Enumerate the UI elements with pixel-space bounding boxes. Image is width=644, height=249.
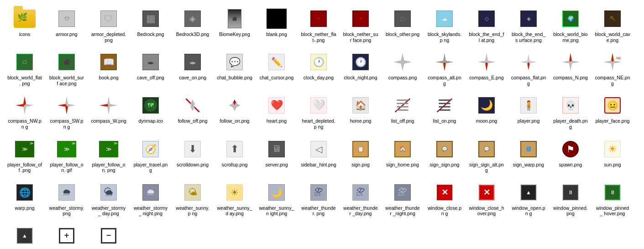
icon-player-follow-on2: ≫≫	[98, 138, 120, 160]
icon-moon: 🌙	[476, 94, 497, 116]
file-item[interactable]: compass_flat.pn g	[508, 48, 549, 89]
file-item[interactable]: follow_off.png	[173, 91, 213, 133]
file-item[interactable]: ☀sun.png	[592, 135, 633, 176]
file-item[interactable]: 🛡armor.png	[47, 5, 87, 46]
file-item[interactable]: ▲window_open.pn g	[508, 178, 549, 220]
file-item[interactable]: ⬛block_world_surf ace.png	[47, 48, 87, 89]
svg-marker-38	[190, 100, 195, 106]
file-item[interactable]: ⛈weather_thunder _night.png	[382, 178, 423, 220]
file-item[interactable]: ☀weather_sunny_d ay.png	[215, 178, 255, 220]
file-item[interactable]: compass_alt.png	[424, 48, 465, 89]
file-item[interactable]: 🖥server.png	[257, 135, 297, 176]
icon-block-skylands: ☁	[434, 8, 456, 30]
file-item[interactable]: compass_NW.pn g	[5, 91, 45, 133]
file-item[interactable]: 💀player_death.png	[550, 91, 591, 133]
icon-window-close-hover: ✕	[476, 182, 497, 203]
file-item[interactable]: ⬆scrollup.png	[215, 135, 255, 176]
icon-compass	[392, 51, 414, 73]
icon-block-the-end-flat: ◇	[476, 8, 497, 30]
file-item[interactable]: 🧭player_travel.png	[131, 135, 171, 176]
file-item[interactable]: ⬇scrolldown.png	[173, 135, 213, 176]
file-item[interactable]: ⏸window_pinned_ hover.png	[592, 178, 633, 220]
file-item[interactable]: 🌿icons	[5, 5, 45, 46]
file-item[interactable]: 😐player_face.png	[592, 91, 633, 133]
icon-block-world-flat: □	[14, 51, 36, 73]
file-item[interactable]: 🌦weather_stormy_ day.png	[89, 178, 129, 220]
file-item[interactable]: NEcompass_NE.pn g	[592, 48, 633, 89]
file-item[interactable]: 🕐clock_day.png	[298, 48, 339, 89]
label-home: home.png	[350, 118, 372, 124]
file-item[interactable]: compass_N.png	[550, 48, 591, 89]
file-item[interactable]: list_off.png	[382, 91, 423, 133]
file-item[interactable]: ⛈weather_thunder _day.png	[340, 178, 381, 220]
file-item[interactable]: ⬛BiomeKey.png	[215, 5, 255, 46]
icon-weather-sunny: 🌤	[182, 182, 204, 203]
file-item[interactable]: ⛈weather_thunder. png	[298, 178, 339, 220]
file-item[interactable]: ☁block_skylands.p ng	[424, 5, 465, 46]
file-item[interactable]: ⏸window_pinned. png	[550, 178, 591, 220]
file-item[interactable]: 🧍player.png	[508, 91, 549, 133]
file-item[interactable]: 📖book.png	[89, 48, 129, 89]
file-item[interactable]: ⛏block_world_cav e.png	[592, 5, 633, 46]
file-item[interactable]: 🤍heart_depleted.p ng	[298, 91, 339, 133]
svg-rect-45	[397, 100, 408, 101]
icon-compass-alt	[434, 51, 456, 73]
file-item[interactable]: ◁sidebar_hint.png	[298, 135, 339, 176]
svg-rect-52	[439, 106, 450, 108]
file-item[interactable]: 🕳cave_off.png	[131, 48, 171, 89]
file-item[interactable]: 🌍block_world_bio me.png	[550, 5, 591, 46]
file-item[interactable]: compass_E.png	[466, 48, 507, 89]
file-item[interactable]: ≫≫player_follow_off .png	[5, 135, 45, 176]
file-item[interactable]: ▦Bedrock.png	[131, 5, 171, 46]
file-item[interactable]: 🌤weather_sunny.p ng	[173, 178, 213, 220]
file-item[interactable]: 🌙moon.png	[466, 91, 507, 133]
file-item[interactable]: 🌙weather_sunny_n ight.png	[257, 178, 297, 220]
file-item[interactable]: ◈Bedrock3D.png	[173, 5, 213, 46]
file-item[interactable]: 🌀sign_warp.png	[508, 135, 549, 176]
icon-warp: 🌐	[14, 182, 36, 203]
file-item[interactable]: ◈block_the_end_s urface.png	[508, 5, 549, 46]
icon-icons-folder: 🌿	[14, 8, 36, 30]
file-item[interactable]: 🌧weather_stormy. png	[47, 178, 87, 220]
file-item[interactable]: 🌐warp.png	[5, 178, 45, 220]
file-item[interactable]: ≫≫player_follow_on. gif	[47, 135, 87, 176]
file-item[interactable]: □block_world_flat. png	[5, 48, 45, 89]
file-item[interactable]: 💬chat_bubble.png	[215, 48, 255, 89]
icon-biomekey: ⬛	[224, 8, 246, 30]
icon-window-close: ✕	[434, 182, 456, 203]
icon-follow-off	[182, 94, 204, 116]
file-item[interactable]: ⚑spawn.png	[550, 135, 591, 176]
file-item[interactable]: blank.png	[257, 5, 297, 46]
label-compass: compass.png	[388, 75, 417, 81]
file-item[interactable]: −zoom_out.png	[89, 222, 129, 249]
label-block-nether-flat: block_nether_flat-.png	[301, 31, 336, 43]
file-item[interactable]: +zoom_in.png	[47, 222, 87, 249]
file-item[interactable]: 💬sign_sign.png	[424, 135, 465, 176]
file-item[interactable]: 📋sign.png	[340, 135, 381, 176]
file-item[interactable]: ✕window_close_h over.png	[466, 178, 507, 220]
file-item[interactable]: 🌧weather_stormy_ night.png	[131, 178, 171, 220]
file-item[interactable]: compass.png	[382, 48, 423, 89]
file-item[interactable]: ▲window_unpinne d.png	[5, 222, 45, 249]
file-item[interactable]: 💬sign_sign_alt.png	[466, 135, 507, 176]
file-item[interactable]: ■block_nether_flat-.png	[298, 5, 339, 46]
icon-block-nether-flat: ■	[308, 8, 330, 30]
file-item[interactable]: 🕳cave_on.png	[173, 48, 213, 89]
file-item[interactable]: ■block_nether_sur face.png	[340, 5, 381, 46]
file-item[interactable]: □block_other.png	[382, 5, 423, 46]
file-item[interactable]: 🏠sign_home.png	[382, 135, 423, 176]
file-item[interactable]: list_on.png	[424, 91, 465, 133]
file-item[interactable]: compass_W.png	[89, 91, 129, 133]
file-item[interactable]: 🕐clock_night.png	[340, 48, 381, 89]
file-item[interactable]: follow_on.png	[215, 91, 255, 133]
file-item[interactable]: 🏠home.png	[340, 91, 381, 133]
file-item[interactable]: 🗺dynmap.ico	[131, 91, 171, 133]
file-item[interactable]: ❤️heart.png	[257, 91, 297, 133]
file-item[interactable]: ≫≫player_follow_on. png	[89, 135, 129, 176]
file-item[interactable]: ✏️chat_cursor.png	[257, 48, 297, 89]
file-item[interactable]: 🛡armor_depleted. png	[89, 5, 129, 46]
label-blank: blank.png	[266, 31, 287, 37]
file-item[interactable]: ◇block_the_end_fl at.png	[466, 5, 507, 46]
file-item[interactable]: ✕window_close.pn g	[424, 178, 465, 220]
file-item[interactable]: compass_SW.pn g	[47, 91, 87, 133]
